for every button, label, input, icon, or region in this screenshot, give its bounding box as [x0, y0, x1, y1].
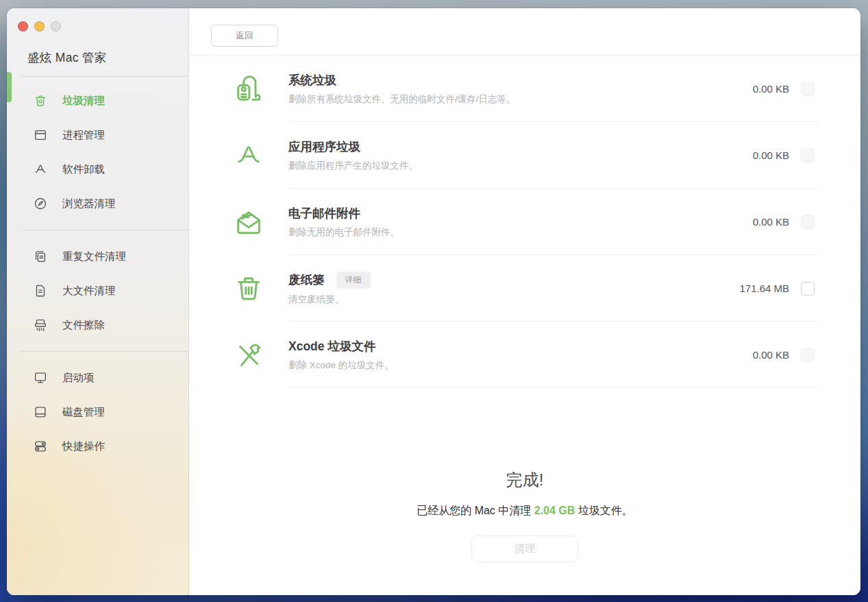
sidebar-item-重复文件清理[interactable]: 重复文件清理 [7, 239, 188, 274]
sidebar-item-进程管理[interactable]: 进程管理 [7, 118, 188, 152]
appstore-icon [233, 140, 264, 171]
trash-icon [33, 93, 48, 108]
sidebar-item-label: 垃圾清理 [62, 94, 105, 108]
sidebar-item-磁盘管理[interactable]: 磁盘管理 [7, 395, 188, 429]
sidebar-item-label: 启动项 [62, 371, 95, 385]
app-title: 盛炫 Mac 管家 [27, 49, 188, 66]
document-icon [33, 283, 48, 298]
topbar: 返回 [189, 8, 860, 56]
traffic-lights [7, 8, 188, 32]
row-description: 清空废纸篓。 [288, 293, 739, 306]
disk-icon [33, 405, 48, 420]
sidebar-item-快捷操作[interactable]: 快捷操作 [7, 429, 188, 463]
row-checkbox [801, 82, 815, 96]
row-checkbox[interactable] [801, 282, 815, 296]
trashbin-icon [233, 273, 264, 304]
cleanup-row: 废纸篓详细 清空废纸篓。 171.64 MB [189, 255, 860, 322]
close-button[interactable] [18, 21, 28, 32]
sidebar-item-label: 大文件清理 [62, 284, 116, 298]
sidebar-group-divider [21, 230, 188, 230]
sidebar: 盛炫 Mac 管家 垃圾清理进程管理软件卸载浏览器清理重复文件清理大文件清理文件… [7, 8, 189, 595]
appstore-icon [33, 162, 48, 177]
cleanup-row: 应用程序垃圾 删除应用程序产生的垃圾文件。 0.00 KB [189, 122, 860, 189]
row-title: 应用程序垃圾 [288, 139, 360, 155]
result-message-prefix: 已经从您的 Mac 中清理 [417, 505, 534, 516]
row-checkbox [801, 348, 815, 362]
row-size: 171.64 MB [739, 282, 789, 294]
cleanup-row: Xcode 垃圾文件 删除 Xcode 的垃圾文件。 0.00 KB [189, 322, 860, 388]
sidebar-item-label: 文件擦除 [62, 318, 105, 333]
cleanup-list: 系统垃圾 删除所有系统垃圾文件、无用的临时文件/缓存/日志等。 0.00 KB … [189, 56, 860, 388]
duplicate-icon [33, 249, 48, 264]
hammer-icon [233, 339, 264, 371]
sidebar-item-垃圾清理[interactable]: 垃圾清理 [7, 84, 188, 118]
monitor-icon [33, 370, 48, 385]
shredder-icon [33, 317, 48, 333]
row-checkbox [801, 149, 815, 162]
row-description: 删除无用的电子邮件附件。 [288, 226, 753, 239]
minimize-button[interactable] [34, 21, 45, 32]
sidebar-group-divider [21, 351, 188, 352]
sidebar-item-label: 重复文件清理 [62, 250, 126, 264]
mail-icon [233, 206, 264, 238]
row-size: 0.00 KB [753, 149, 789, 161]
row-checkbox [801, 215, 815, 229]
row-title: 电子邮件附件 [288, 205, 360, 221]
row-description: 删除应用程序产生的垃圾文件。 [288, 160, 753, 172]
row-title: Xcode 垃圾文件 [288, 338, 375, 354]
active-item-indicator [7, 72, 12, 102]
sidebar-item-label: 快捷操作 [62, 440, 105, 454]
back-button[interactable]: 返回 [211, 25, 278, 47]
result-title: 完成! [189, 469, 860, 491]
main-panel: 返回 系统垃圾 删除所有系统垃圾文件、无用的临时文件/缓存/日志等。 0.00 … [189, 8, 860, 595]
toggles-icon [33, 439, 48, 454]
sidebar-item-大文件清理[interactable]: 大文件清理 [7, 274, 188, 308]
row-size: 0.00 KB [753, 83, 789, 95]
result-message: 已经从您的 Mac 中清理 2.04 GB 垃圾文件。 [189, 504, 860, 518]
row-title: 废纸篓 [288, 272, 325, 288]
row-size: 0.00 KB [753, 216, 789, 228]
zoom-button[interactable] [51, 21, 61, 32]
sidebar-item-label: 进程管理 [62, 128, 105, 143]
row-description: 删除所有系统垃圾文件、无用的临时文件/缓存/日志等。 [288, 93, 753, 106]
app-window: 盛炫 Mac 管家 垃圾清理进程管理软件卸载浏览器清理重复文件清理大文件清理文件… [7, 8, 860, 595]
clean-button[interactable]: 清理 [471, 535, 578, 562]
result-section: 完成! 已经从您的 Mac 中清理 2.04 GB 垃圾文件。 清理 [189, 469, 860, 562]
cleaned-size-value: 2.04 GB [534, 505, 575, 516]
sidebar-item-label: 浏览器清理 [62, 197, 116, 211]
sidebar-item-label: 磁盘管理 [62, 405, 105, 420]
sidebar-item-浏览器清理[interactable]: 浏览器清理 [7, 186, 188, 221]
sidebar-item-启动项[interactable]: 启动项 [7, 361, 188, 395]
sidebar-nav: 垃圾清理进程管理软件卸载浏览器清理重复文件清理大文件清理文件擦除启动项磁盘管理快… [7, 77, 188, 463]
cleanup-row: 系统垃圾 删除所有系统垃圾文件、无用的临时文件/缓存/日志等。 0.00 KB [189, 56, 860, 122]
sidebar-item-文件擦除[interactable]: 文件擦除 [7, 308, 188, 342]
sidebar-item-软件卸载[interactable]: 软件卸载 [7, 152, 188, 186]
row-title: 系统垃圾 [288, 72, 336, 88]
detail-badge-button[interactable]: 详细 [336, 272, 371, 289]
result-message-suffix: 垃圾文件。 [575, 505, 632, 516]
window-icon [33, 128, 48, 143]
row-description: 删除 Xcode 的垃圾文件。 [288, 359, 753, 372]
cleanup-row: 电子邮件附件 删除无用的电子邮件附件。 0.00 KB [189, 189, 860, 255]
compass-icon [33, 196, 48, 211]
sidebar-item-label: 软件卸载 [62, 162, 105, 177]
row-size: 0.00 KB [753, 349, 789, 361]
vacuum-icon [233, 73, 264, 105]
